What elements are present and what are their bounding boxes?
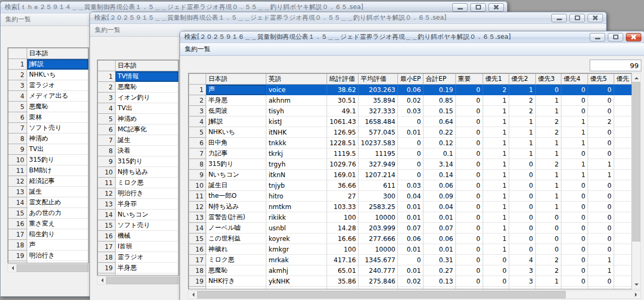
cell[interactable]: 1 <box>535 148 561 159</box>
minimize-button[interactable] <box>452 3 468 12</box>
cell[interactable]: 169.01 <box>327 170 358 180</box>
cell[interactable]: 2 <box>535 159 561 170</box>
cell[interactable]: 3 <box>509 276 535 287</box>
cell[interactable]: ミロク悪 <box>206 255 266 265</box>
table-row[interactable]: 16神穢れkmkgr100100000.010.01010000 <box>189 244 632 255</box>
cell[interactable]: Nいちコン <box>206 170 266 180</box>
cell[interactable]: 103.33 <box>327 202 358 212</box>
cell[interactable]: 0 <box>398 159 423 170</box>
table-row[interactable]: 18悪魔恥akmhj65.01240.7770.010.27003201 <box>189 265 632 276</box>
scrollbar-track[interactable] <box>566 291 632 298</box>
column-header[interactable]: 優先 <box>614 74 631 85</box>
cell[interactable]: 0 <box>398 116 423 127</box>
title-bar[interactable]: 検索[２０２５９１６＿＿質量制御再現公表１．５＿＿ジェド霊界ラジオ再現＿＿釣り餌… <box>180 31 644 43</box>
cell[interactable] <box>614 244 631 255</box>
table-row[interactable]: 15この世利益koyrek16.66277.6660.060.06010000 <box>189 234 632 244</box>
cell[interactable]: 0 <box>588 212 614 223</box>
count-input[interactable] <box>590 60 641 71</box>
cell[interactable]: 1 <box>483 127 509 138</box>
word-cell[interactable]: 誕生 <box>27 187 88 197</box>
cell[interactable]: 49.1 <box>327 106 358 116</box>
cell[interactable]: 0 <box>455 276 483 287</box>
cell[interactable]: 1 <box>588 170 614 180</box>
cell[interactable] <box>614 106 631 116</box>
cell[interactable]: 35.86 <box>327 276 358 287</box>
cell[interactable]: 11195 <box>358 148 398 159</box>
cell[interactable]: 1 <box>483 106 509 116</box>
cell[interactable] <box>614 159 631 170</box>
word-cell[interactable]: Nいちコン <box>115 210 178 220</box>
cell[interactable]: 300 <box>358 191 398 202</box>
word-cell[interactable]: ソフト売り <box>27 123 88 134</box>
cell[interactable]: 203.999 <box>358 223 398 234</box>
list-row[interactable]: 5悪魔恥 <box>9 102 88 112</box>
word-cell[interactable]: NHKいち <box>27 70 88 80</box>
list-row[interactable]: 1TV情報 <box>98 71 178 82</box>
word-cell[interactable]: N持ち込み <box>115 167 178 178</box>
list-row[interactable]: 18霊ラジオ <box>98 252 178 263</box>
cell[interactable]: 0 <box>455 255 483 265</box>
cell[interactable]: 0 <box>588 148 614 159</box>
cell[interactable]: 0 <box>455 127 483 138</box>
cell[interactable]: 0 <box>561 148 588 159</box>
word-cell[interactable]: TV出 <box>27 144 88 155</box>
word-cell[interactable]: 霊ラジオ <box>115 252 178 263</box>
cell[interactable]: 100 <box>327 244 358 255</box>
cell[interactable] <box>614 170 631 180</box>
cell[interactable]: 1 <box>561 116 588 127</box>
cell[interactable]: trgyh <box>266 159 327 170</box>
cell[interactable] <box>614 85 631 95</box>
table-row[interactable]: 2半身悪akhnm30.5135.8940.020.85012100 <box>189 95 632 106</box>
cell[interactable]: 0 <box>588 180 614 191</box>
cell[interactable]: the一郎O <box>206 191 266 202</box>
cell[interactable] <box>614 180 631 191</box>
table-row[interactable]: 3低周波tisyh49.1327.3330.030.15012100 <box>189 106 632 116</box>
cell[interactable]: 0.06 <box>423 180 456 191</box>
cell[interactable]: N持ち込み <box>206 202 266 212</box>
word-cell[interactable]: TV出 <box>115 103 178 114</box>
cell[interactable]: 0 <box>455 191 483 202</box>
scrollbar-thumb[interactable] <box>632 82 640 241</box>
cell[interactable]: 1 <box>535 138 561 148</box>
cell[interactable]: 27 <box>327 191 358 202</box>
scroll-up-button[interactable] <box>632 73 640 82</box>
cell[interactable]: 0 <box>483 265 509 276</box>
cell[interactable]: 半身悪 <box>206 95 266 106</box>
cell[interactable]: 1 <box>483 234 509 244</box>
list-row[interactable]: 9TV出 <box>9 144 88 155</box>
table-row[interactable]: 9NいちコンitknN169.011207.21400.14010111 <box>189 170 632 180</box>
list-row[interactable]: 7誕生 <box>98 135 178 146</box>
cell[interactable]: 1 <box>483 191 509 202</box>
cell[interactable]: 0.04 <box>423 202 456 212</box>
cell[interactable]: 1 <box>509 127 535 138</box>
cell[interactable]: 1 <box>561 170 588 180</box>
list-row[interactable]: 14Nいちコン <box>98 210 178 220</box>
cell[interactable]: 0 <box>588 223 614 234</box>
cell[interactable]: 1 <box>588 255 614 265</box>
column-header[interactable]: 最小EP <box>398 74 423 85</box>
cell[interactable]: 1228.51 <box>327 138 358 148</box>
cell[interactable]: hitro <box>266 191 327 202</box>
table-row[interactable]: 1声voice38.62203.2630.060.19021000 <box>189 85 632 95</box>
list-row[interactable]: 19半身悪 <box>98 263 178 273</box>
scroll-left-button[interactable] <box>8 264 17 272</box>
cell[interactable]: 1 <box>535 276 561 287</box>
list-row[interactable]: 13半身罪 <box>98 199 178 210</box>
cell[interactable]: 0.1 <box>423 148 456 159</box>
minimize-button[interactable] <box>590 33 605 41</box>
cell[interactable]: akhnm <box>266 95 327 106</box>
word-cell[interactable]: 声 <box>27 240 88 251</box>
cell[interactable]: 0 <box>588 106 614 116</box>
cell[interactable]: 1 <box>483 95 509 106</box>
cell[interactable]: 240.777 <box>358 265 398 276</box>
cell[interactable]: 0.01 <box>423 244 456 255</box>
cell[interactable]: 0 <box>455 202 483 212</box>
cell[interactable] <box>614 191 631 202</box>
cell[interactable] <box>614 148 631 159</box>
cell[interactable]: 0 <box>455 148 483 159</box>
cell[interactable]: itknN <box>266 170 327 180</box>
cell[interactable]: 0 <box>561 106 588 116</box>
cell[interactable]: 0.01 <box>398 265 423 276</box>
cell[interactable]: 0.85 <box>423 95 456 106</box>
cell[interactable] <box>614 255 631 265</box>
